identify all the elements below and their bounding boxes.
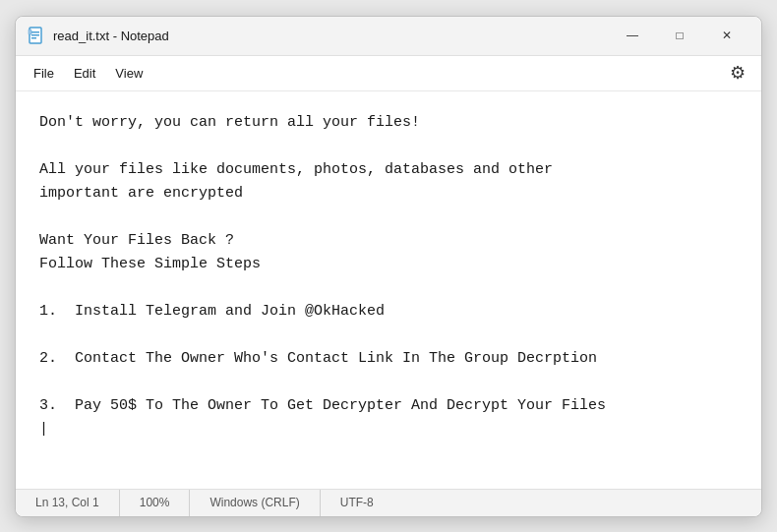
text-line-3: All your files like documents, photos, d…	[39, 161, 553, 178]
close-button[interactable]: ✕	[704, 20, 749, 51]
text-line-11: 2. Contact The Owner Who's Contact Link …	[39, 350, 597, 367]
text-area-container[interactable]: Don't worry, you can return all your fil…	[16, 91, 761, 489]
text-line-1: Don't worry, you can return all your fil…	[39, 114, 420, 131]
menu-view[interactable]: View	[105, 62, 152, 85]
window-controls: — □ ✕	[610, 20, 749, 51]
notepad-icon	[28, 27, 45, 44]
maximize-button[interactable]: □	[657, 20, 702, 51]
title-bar: read_it.txt - Notepad — □ ✕	[16, 17, 761, 56]
text-line-9: 1. Install Telegram and Join @OkHacked	[39, 303, 385, 320]
menu-bar: File Edit View ⚙	[16, 56, 761, 91]
status-zoom: 100%	[120, 490, 191, 516]
text-line-4: important are encrypted	[39, 185, 243, 202]
svg-rect-2	[31, 34, 39, 36]
text-content[interactable]: Don't worry, you can return all your fil…	[16, 91, 761, 489]
svg-rect-4	[29, 30, 31, 34]
text-line-6: Want Your Files Back ?	[39, 232, 234, 249]
text-line-7: Follow These Simple Steps	[39, 256, 261, 272]
notepad-window: read_it.txt - Notepad — □ ✕ File Edit Vi…	[15, 16, 762, 517]
text-line-13: 3. Pay 50$ To The Owner To Get Decrypter…	[39, 397, 606, 414]
cursor	[39, 421, 48, 438]
svg-rect-1	[31, 31, 39, 33]
minimize-button[interactable]: —	[610, 20, 655, 51]
status-line-ending: Windows (CRLF)	[190, 490, 320, 516]
svg-rect-3	[31, 37, 36, 39]
status-bar: Ln 13, Col 1 100% Windows (CRLF) UTF-8	[16, 489, 761, 516]
menu-edit[interactable]: Edit	[64, 62, 105, 85]
settings-icon[interactable]: ⚙	[722, 58, 753, 88]
menu-file[interactable]: File	[24, 62, 64, 85]
window-title: read_it.txt - Notepad	[53, 29, 610, 43]
status-encoding: UTF-8	[321, 490, 393, 516]
status-position: Ln 13, Col 1	[16, 490, 120, 516]
